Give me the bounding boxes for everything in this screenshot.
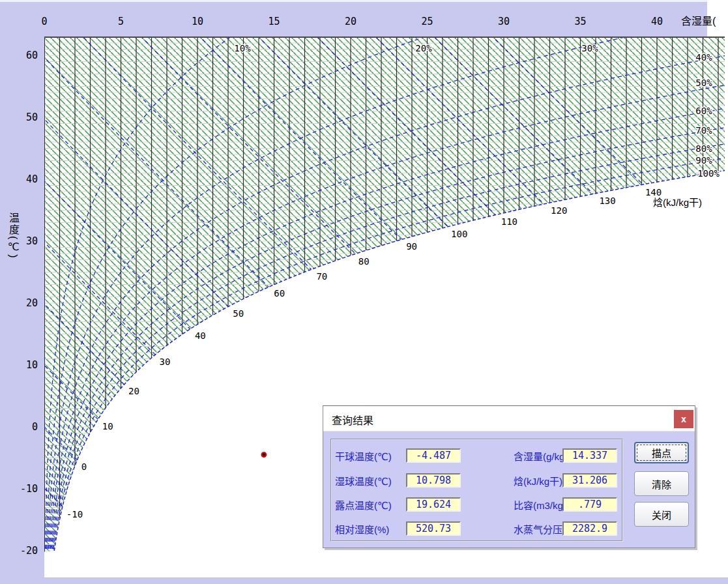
svg-text:130: 130 [599, 196, 615, 206]
svg-text:20%: 20% [415, 43, 432, 53]
svg-text:70%: 70% [695, 125, 712, 136]
enthalpy-label: 焓(kJ/kg干) [514, 474, 562, 488]
dry-bulb-label: 干球温度(℃) [335, 449, 392, 463]
svg-text:10: 10 [26, 359, 38, 371]
wet-bulb-label: 湿球温度(℃) [335, 474, 392, 488]
svg-text:0: 0 [81, 461, 87, 472]
svg-text:50: 50 [26, 111, 38, 123]
svg-text:0: 0 [32, 421, 38, 433]
svg-text:50%: 50% [695, 78, 712, 88]
svg-text:40: 40 [651, 16, 663, 27]
clear-button[interactable]: 清除 [634, 471, 689, 496]
enthalpy-field[interactable]: 31.206 [562, 473, 617, 488]
svg-text:90: 90 [406, 241, 417, 252]
plot-point-button[interactable]: 描点 [634, 442, 689, 463]
svg-text:35: 35 [574, 16, 586, 27]
humidity-ratio-field[interactable]: 14.337 [562, 448, 617, 463]
dew-point-field[interactable]: 19.624 [406, 497, 461, 512]
specific-volume-field[interactable]: .779 [562, 497, 617, 512]
query-result-dialog: 查询结果 x 干球温度(℃) -4.487 湿球温度(℃) 10.798 露点温… [323, 405, 695, 548]
dialog-titlebar[interactable]: 查询结果 x [323, 406, 695, 431]
svg-text:110: 110 [501, 216, 517, 227]
svg-text:120: 120 [551, 205, 567, 216]
svg-text:40%: 40% [695, 52, 712, 63]
vapor-pressure-field[interactable]: 2282.9 [562, 521, 617, 536]
svg-text:20: 20 [128, 386, 139, 396]
svg-text:-10: -10 [66, 509, 83, 519]
rel-humidity-label: 相对湿度(%) [335, 522, 389, 536]
svg-text:40: 40 [26, 173, 38, 185]
rel-humidity-field[interactable]: 520.73 [406, 521, 461, 536]
close-button[interactable]: 关闭 [634, 502, 689, 527]
svg-text:5: 5 [118, 16, 124, 27]
svg-text:30%: 30% [581, 43, 598, 53]
svg-text:10%: 10% [234, 43, 251, 53]
svg-text:30: 30 [26, 235, 38, 247]
svg-text:焓(kJ/kg干): 焓(kJ/kg干) [653, 197, 702, 208]
svg-text:含湿量(: 含湿量( [681, 16, 716, 27]
svg-text:25: 25 [421, 16, 433, 27]
svg-text:60%: 60% [695, 106, 712, 116]
wet-bulb-field[interactable]: 10.798 [406, 473, 461, 488]
svg-text:20: 20 [26, 297, 38, 309]
plotted-point [262, 452, 266, 456]
svg-text:100%: 100% [697, 168, 720, 179]
svg-text:-20: -20 [20, 545, 38, 557]
dew-point-label: 露点温度(℃) [335, 498, 392, 512]
dialog-title: 查询结果 [332, 412, 373, 428]
svg-text:20: 20 [345, 16, 357, 27]
svg-text:10: 10 [102, 421, 113, 431]
svg-text:-10: -10 [20, 483, 38, 495]
svg-text:70: 70 [316, 271, 327, 282]
dry-bulb-field[interactable]: -4.487 [406, 448, 461, 463]
close-icon[interactable]: x [674, 410, 693, 428]
svg-text:90%: 90% [695, 155, 712, 166]
svg-text:60: 60 [26, 50, 38, 61]
svg-text:40: 40 [195, 330, 206, 341]
bottom-margin [44, 577, 728, 584]
svg-text:140: 140 [645, 187, 662, 197]
svg-text:30: 30 [160, 357, 171, 367]
svg-text:50: 50 [233, 308, 244, 319]
svg-text:30: 30 [498, 16, 510, 27]
svg-text:15: 15 [268, 16, 280, 27]
svg-text:0: 0 [41, 16, 47, 27]
svg-text:100: 100 [451, 229, 467, 239]
y-axis-title: 温度(℃) [5, 212, 21, 259]
svg-text:80: 80 [358, 256, 370, 267]
svg-text:10: 10 [192, 16, 203, 27]
svg-text:80%: 80% [695, 143, 712, 154]
svg-text:60: 60 [274, 288, 285, 299]
